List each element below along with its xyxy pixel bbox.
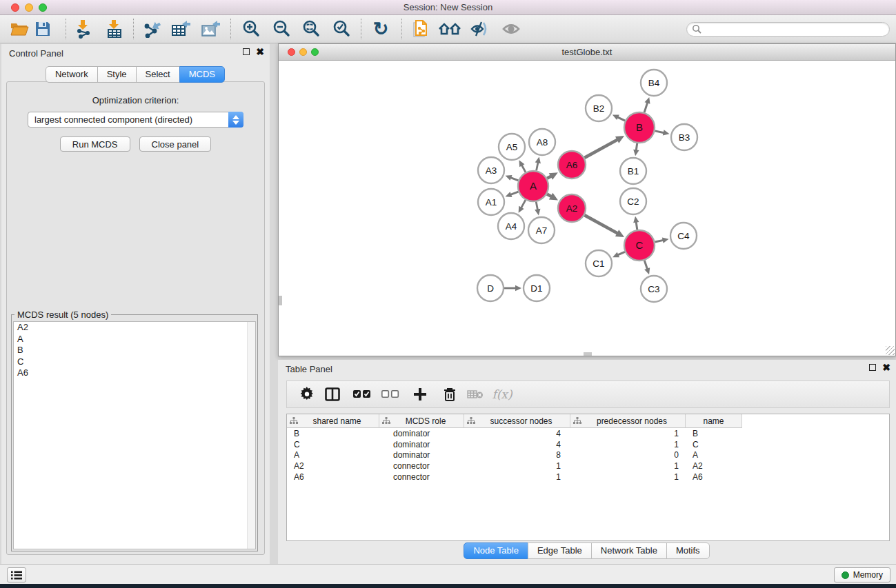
minimize-window-button[interactable] (25, 3, 33, 12)
table-row[interactable]: Adominator80A (287, 449, 889, 460)
control-panel-tabs: NetworkStyleSelectMCDS (1, 66, 270, 83)
table-row[interactable]: Cdominator41C (287, 439, 889, 450)
settings-gear-icon[interactable] (297, 384, 317, 405)
network-window-titlebar[interactable]: testGlobe.txt (279, 44, 895, 61)
network-canvas[interactable]: B4B2BB3A5A8A6A3B1AA1A2C2A4A7C4CC1DD1C3 (279, 61, 895, 356)
horizontal-scrollbar-mark[interactable] (584, 352, 592, 356)
tab-network[interactable]: Network (46, 66, 98, 83)
table-row[interactable]: A6connector11A6 (287, 472, 889, 483)
mcds-result-item[interactable]: A (14, 334, 255, 345)
edge-arrowhead-icon (662, 238, 669, 243)
tab-select[interactable]: Select (136, 66, 180, 83)
column-header-name[interactable]: name (686, 414, 742, 428)
new-network-from-file-icon[interactable] (409, 17, 432, 41)
network-maximize-button[interactable] (311, 48, 319, 56)
column-header-successor-nodes[interactable]: successor nodes (464, 414, 570, 428)
cell-successor-nodes: 1 (464, 461, 570, 471)
tab-motifs[interactable]: Motifs (666, 543, 710, 559)
save-icon[interactable] (31, 17, 54, 41)
cell-predecessor-nodes: 0 (570, 450, 686, 460)
cell-predecessor-nodes: 1 (570, 440, 686, 449)
refresh-icon[interactable]: ↻ (369, 17, 392, 41)
mcds-result-box: MCDS result (5 nodes) A2ABCA6 (11, 314, 258, 551)
home-icon[interactable] (438, 17, 461, 41)
select-all-icon[interactable] (352, 384, 372, 405)
column-header-MCDS-role[interactable]: MCDS role (379, 414, 464, 428)
network-graph[interactable]: B4B2BB3A5A8A6A3B1AA1A2C2A4A7C4CC1DD1C3 (279, 61, 895, 356)
import-network-icon[interactable] (72, 17, 95, 41)
network-minimize-button[interactable] (299, 48, 307, 56)
tab-edge-table[interactable]: Edge Table (528, 543, 592, 559)
network-close-button[interactable] (288, 48, 295, 56)
mcds-result-item[interactable]: A6 (14, 367, 255, 379)
cell-MCDS-role: connector (379, 472, 464, 482)
vertical-scrollbar-mark[interactable] (279, 296, 282, 305)
graph-node-label: B (636, 121, 643, 133)
graph-edge-B-B4 (644, 101, 648, 112)
mcds-result-item[interactable]: B (14, 345, 255, 356)
zoom-out-icon[interactable] (270, 17, 293, 41)
memory-button[interactable]: Memory (834, 567, 890, 582)
graph-node-label: A6 (566, 160, 578, 170)
optimization-criterion-dropdown[interactable]: largest connected component (directed) (28, 112, 243, 128)
close-table-panel-icon[interactable]: ✖ (882, 364, 890, 371)
maximize-window-button[interactable] (39, 3, 47, 12)
close-panel-button[interactable]: Close panel (139, 136, 212, 152)
result-scrollbar[interactable] (247, 322, 255, 549)
export-network-icon[interactable] (140, 17, 163, 41)
mcds-result-title: MCDS result (5 nodes) (14, 310, 111, 320)
float-panel-icon[interactable] (243, 48, 250, 55)
export-image-icon[interactable] (199, 17, 222, 41)
cell-shared-name: A6 (287, 472, 379, 482)
open-folder-icon[interactable] (8, 17, 31, 41)
zoom-fit-icon[interactable] (299, 17, 323, 41)
delete-column-icon[interactable] (439, 384, 460, 405)
tab-mcds[interactable]: MCDS (179, 66, 225, 83)
graph-edge-A2-C (584, 215, 619, 234)
search-input[interactable] (701, 23, 889, 35)
export-table-icon[interactable] (169, 17, 192, 41)
mcds-result-item[interactable]: C (14, 356, 255, 368)
task-history-button[interactable] (7, 567, 26, 582)
column-header-shared-name[interactable]: shared name (287, 414, 379, 428)
memory-status-icon (842, 571, 849, 579)
search-field[interactable] (686, 22, 890, 37)
cell-successor-nodes: 1 (464, 472, 570, 482)
run-mcds-button[interactable]: Run MCDS (60, 136, 130, 152)
edge-arrowhead-icon (506, 175, 512, 181)
dropdown-stepper-icon[interactable] (228, 112, 243, 128)
toolbar-separator (361, 19, 361, 39)
add-column-icon[interactable] (410, 384, 430, 405)
table-row[interactable]: A2connector11A2 (287, 460, 889, 472)
float-table-panel-icon[interactable] (869, 364, 876, 371)
deselect-all-icon[interactable] (380, 384, 401, 405)
show-graphics-details-icon[interactable] (499, 17, 523, 41)
cell-name: A (686, 450, 742, 460)
function-builder-icon: f(x) (492, 384, 512, 405)
graph-node-label: D (487, 283, 494, 294)
tab-node-table[interactable]: Node Table (464, 543, 528, 559)
zoom-selected-icon[interactable] (330, 17, 353, 41)
toolbar-separator (66, 19, 66, 39)
mcds-result-item[interactable]: A2 (14, 322, 255, 334)
resize-grip-icon[interactable] (886, 346, 895, 355)
mcds-result-list[interactable]: A2ABCA6 (13, 321, 256, 549)
show-columns-icon[interactable] (322, 384, 343, 405)
column-header-predecessor-nodes[interactable]: predecessor nodes (570, 414, 686, 428)
close-window-button[interactable] (11, 3, 19, 12)
hide-graphics-details-icon[interactable] (468, 17, 491, 41)
cell-predecessor-nodes: 1 (570, 472, 686, 482)
zoom-in-icon[interactable] (239, 17, 263, 41)
control-panel: Control Panel ✖ NetworkStyleSelectMCDS O… (1, 44, 270, 564)
close-panel-icon[interactable]: ✖ (256, 48, 264, 55)
cell-MCDS-role: dominator (379, 450, 464, 460)
import-table-icon[interactable] (103, 17, 126, 41)
tab-style[interactable]: Style (97, 66, 137, 83)
titlebar: Session: New Session (0, 0, 896, 15)
edge-arrowhead-icon (633, 216, 639, 223)
dropdown-value: largest connected component (directed) (34, 114, 192, 125)
window-title: Session: New Session (404, 2, 492, 12)
table-row[interactable]: Bdominator41B (287, 428, 889, 439)
tab-network-table[interactable]: Network Table (591, 543, 667, 559)
graph-node-label: A2 (566, 203, 578, 214)
